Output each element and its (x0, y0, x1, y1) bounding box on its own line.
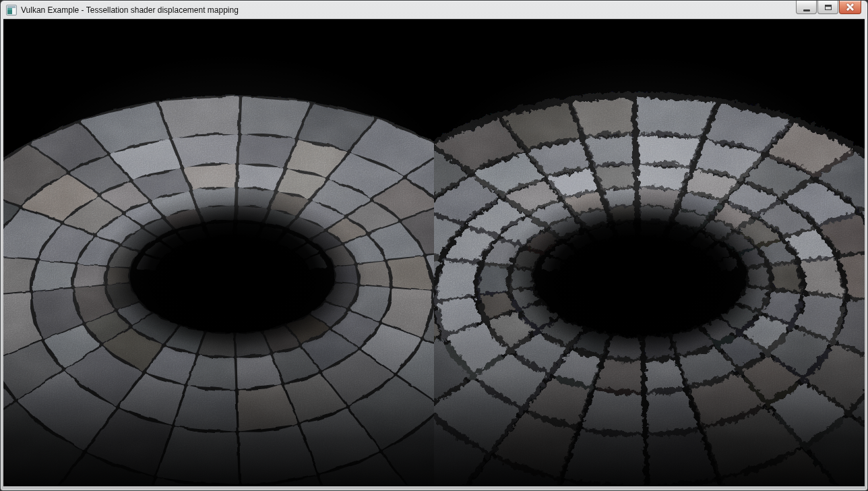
window-title: Vulkan Example - Tessellation shader dis… (21, 5, 239, 15)
titlebar[interactable]: Vulkan Example - Tessellation shader dis… (1, 1, 867, 19)
maximize-button[interactable] (817, 1, 838, 14)
render-viewport-right[interactable] (434, 20, 865, 486)
minimize-button[interactable] (796, 1, 817, 14)
torus-displaced-render (434, 20, 865, 486)
render-viewport-left[interactable] (3, 20, 434, 486)
maximize-icon (825, 5, 832, 10)
minimize-icon (803, 9, 810, 11)
close-icon (846, 3, 855, 11)
window-controls (795, 1, 861, 14)
app-window: Vulkan Example - Tessellation shader dis… (0, 0, 868, 491)
render-area (3, 19, 865, 486)
torus-flat-render (3, 20, 434, 486)
close-button[interactable] (839, 1, 861, 14)
vulkan-app-icon (6, 5, 17, 16)
